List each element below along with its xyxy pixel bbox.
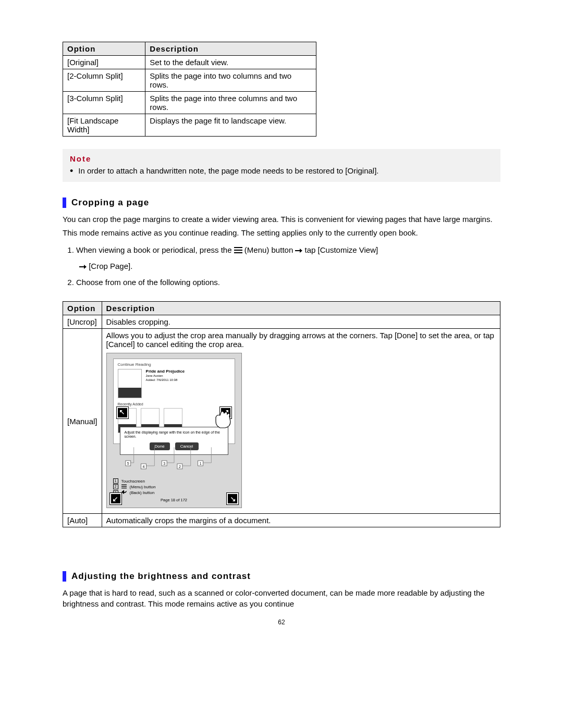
svg-text:1: 1 xyxy=(199,462,201,465)
col-option: Option xyxy=(63,42,145,56)
page-number: 62 xyxy=(63,619,500,626)
legend-row: 2 (Menu) button xyxy=(113,484,235,490)
note-box: Note • In order to attach a handwritten … xyxy=(63,149,500,182)
legend-label: (Menu) button xyxy=(130,484,156,490)
col-description: Description xyxy=(145,42,316,56)
desc-cell: Set to the default view. xyxy=(145,56,316,69)
desc-cell: Splits the page into three columns and t… xyxy=(145,92,316,114)
svg-rect-1 xyxy=(234,250,242,251)
step-2: Choose from one of the following options… xyxy=(76,276,500,289)
section-heading-brightness: Adjusting the brightness and contrast xyxy=(63,571,500,582)
desc-cell: Splits the page into two columns and two… xyxy=(145,69,316,92)
note-text: In order to attach a handwritten note, t… xyxy=(78,166,378,176)
note-title: Note xyxy=(70,154,493,163)
legend-row: 3 (Back) button xyxy=(113,490,235,496)
table-row: [3-Column Split] Splits the page into th… xyxy=(63,92,316,114)
svg-rect-15 xyxy=(121,488,127,488)
screenshot-legend: 1 Touchscreen 2 (Menu) button xyxy=(113,478,235,496)
legend-label: (Back) button xyxy=(130,490,155,496)
legend-number: 2 xyxy=(113,484,118,489)
crop-options-table: Option Description [Uncrop] Disables cro… xyxy=(63,301,500,528)
book-added-date: Added: 7/6/2011 10:38 xyxy=(146,378,185,382)
dialog-text: Adjust the displaying range with the ico… xyxy=(125,430,224,440)
arrow-right-icon xyxy=(79,261,87,273)
step-1: When viewing a book or periodical, press… xyxy=(76,244,500,273)
col-description: Description xyxy=(102,301,500,315)
opt-cell: [Original] xyxy=(63,56,145,69)
section-heading-cropping: Cropping a page xyxy=(63,198,500,208)
menu-icon xyxy=(121,484,127,489)
document-page: Option Description [Original] Set to the… xyxy=(0,0,563,647)
manual-desc-text: Allows you to adjust the crop area manua… xyxy=(106,331,496,349)
legend-row: 1 Touchscreen xyxy=(113,478,235,484)
hand-pointer-icon xyxy=(213,409,236,430)
screenshot-section-label: Continue Reading xyxy=(118,362,230,367)
table-row: [2-Column Split] Splits the page into tw… xyxy=(63,69,316,92)
section-title: Cropping a page xyxy=(71,198,149,208)
callout-lines: 5 4 3 2 1 xyxy=(113,447,235,476)
desc-cell: Displays the page fit to landscape view. xyxy=(145,114,316,137)
table-row: [Original] Set to the default view. xyxy=(63,56,316,69)
paragraph: This mode remains active as you continue… xyxy=(63,228,500,238)
step-text: [Crop Page]. xyxy=(89,262,132,270)
opt-cell: [Auto] xyxy=(63,514,102,527)
device-screenshot: Continue Reading Pride and Prejudice Jan… xyxy=(106,353,242,509)
opt-cell: [Uncrop] xyxy=(63,315,102,328)
steps-list: When viewing a book or periodical, press… xyxy=(63,244,500,289)
section-bar-icon xyxy=(63,198,66,208)
opt-cell: [Fit Landscape Width] xyxy=(63,114,145,137)
table-row: [Auto] Automatically crops the margins o… xyxy=(63,514,500,527)
svg-rect-0 xyxy=(234,247,242,248)
step-text: tap [Customize View] xyxy=(305,245,378,254)
col-option: Option xyxy=(63,301,102,315)
bullet-icon: • xyxy=(70,166,73,176)
section-bar-icon xyxy=(63,571,66,582)
opt-cell: [Manual] xyxy=(63,328,102,514)
legend-number: 1 xyxy=(113,478,118,484)
arrow-right-icon xyxy=(295,244,302,257)
crop-handle-bottom-left-icon[interactable] xyxy=(110,493,121,504)
screenshot-screen: Continue Reading Pride and Prejudice Jan… xyxy=(113,359,235,444)
svg-rect-13 xyxy=(121,485,127,485)
book-metadata: Pride and Prejudice Jane Austen Added: 7… xyxy=(146,369,185,382)
book-cover-thumbnail xyxy=(118,369,142,398)
book-author: Jane Austen xyxy=(146,374,185,378)
table-row: [Fit Landscape Width] Displays the page … xyxy=(63,114,316,137)
svg-text:2: 2 xyxy=(179,464,181,468)
section-title: Adjusting the brightness and contrast xyxy=(71,571,251,582)
table-row: [Uncrop] Disables cropping. xyxy=(63,315,500,328)
step-text: (Menu) button xyxy=(244,245,296,254)
desc-cell: Automatically crops the margins of a doc… xyxy=(102,514,500,527)
desc-cell: Allows you to adjust the crop area manua… xyxy=(102,328,500,514)
book-title: Pride and Prejudice xyxy=(146,369,185,374)
opt-cell: [3-Column Split] xyxy=(63,92,145,114)
page-mode-options-table: Option Description [Original] Set to the… xyxy=(63,42,316,137)
svg-text:3: 3 xyxy=(163,462,165,465)
recently-added-label: Recently Added xyxy=(118,402,230,406)
back-arrow-icon xyxy=(121,490,127,496)
step-text: When viewing a book or periodical, press… xyxy=(76,245,234,254)
svg-text:4: 4 xyxy=(142,464,144,468)
paragraph: You can crop the page margins to create … xyxy=(63,214,500,225)
svg-rect-14 xyxy=(121,486,127,487)
menu-icon xyxy=(234,246,242,254)
desc-cell: Disables cropping. xyxy=(102,315,500,328)
crop-handle-top-left-icon[interactable] xyxy=(117,407,128,418)
svg-text:5: 5 xyxy=(127,462,129,465)
legend-label: Touchscreen xyxy=(121,478,145,484)
crop-handle-bottom-right-icon[interactable] xyxy=(227,493,238,504)
svg-rect-2 xyxy=(234,252,242,253)
opt-cell: [2-Column Split] xyxy=(63,69,145,92)
paragraph: A page that is hard to read, such as a s… xyxy=(63,588,500,609)
table-row: [Manual] Allows you to adjust the crop a… xyxy=(63,328,500,514)
screenshot-page-indicator: Page 18 of 172 xyxy=(113,498,235,502)
